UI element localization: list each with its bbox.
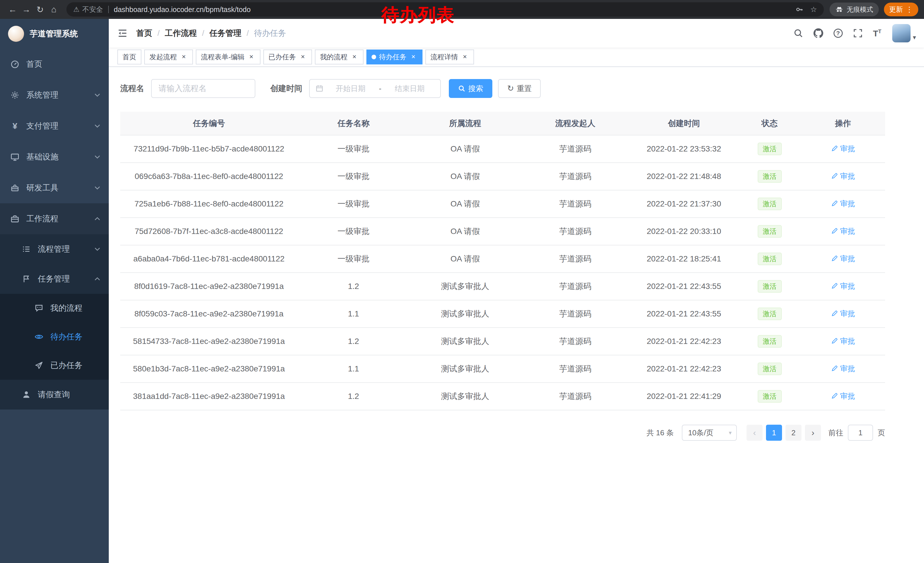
approve-link[interactable]: 审批 <box>831 309 855 319</box>
address-bar[interactable]: ⚠ 不安全 dashboard.yudao.iocoder.cn/bpm/tas… <box>66 2 824 17</box>
browser-back-icon[interactable]: ← <box>6 5 20 14</box>
calendar-icon <box>315 84 324 93</box>
breadcrumb-workflow[interactable]: 工作流程 <box>165 28 197 39</box>
process-name-input[interactable] <box>151 79 255 98</box>
active-tab-dot <box>372 55 376 59</box>
caret-down-icon: ▾ <box>913 35 916 42</box>
approve-link[interactable]: 审批 <box>831 254 855 264</box>
browser-home-icon[interactable]: ⌂ <box>47 5 61 14</box>
edit-pencil-icon <box>831 283 838 290</box>
cell-status: 激活 <box>738 163 801 190</box>
tab-home[interactable]: 首页 <box>117 50 141 65</box>
sidebar-item-my-process[interactable]: 我的流程 <box>0 294 109 323</box>
search-button[interactable] <box>788 29 808 38</box>
update-button[interactable]: 更新 ⋮ <box>884 3 918 17</box>
page-content: 流程名 创建时间 开始日期 - 结束日期 搜索 ↻ 重置 <box>109 67 924 563</box>
approve-link[interactable]: 审批 <box>831 281 855 291</box>
status-badge: 激活 <box>758 308 782 320</box>
sidebar-item-infra[interactable]: 基础设施 <box>0 141 109 173</box>
cell-initiator: 芋道源码 <box>521 355 630 383</box>
sidebar-item-task-management[interactable]: 任务管理 <box>0 264 109 294</box>
font-size-button[interactable]: TT <box>868 29 886 38</box>
incognito-label: 无痕模式 <box>847 5 873 14</box>
cell-initiator: 芋道源码 <box>521 245 630 273</box>
browser-menu-dots-icon[interactable]: ⋮ <box>906 5 913 14</box>
cell-action: 审批 <box>801 135 885 163</box>
search-icon <box>458 85 465 92</box>
status-badge: 激活 <box>758 170 782 183</box>
cell-status: 激活 <box>738 218 801 245</box>
refresh-icon: ↻ <box>507 84 514 93</box>
fullscreen-button[interactable] <box>848 29 868 38</box>
approve-link[interactable]: 审批 <box>831 391 855 401</box>
bookmark-star-icon[interactable]: ☆ <box>810 5 817 14</box>
approve-link[interactable]: 审批 <box>831 144 855 154</box>
tab-done-tasks[interactable]: 已办任务 × <box>263 50 312 65</box>
goto-page-input[interactable] <box>848 425 873 441</box>
approve-link[interactable]: 审批 <box>831 199 855 209</box>
sidebar: 芋道管理系统 首页 系统管理 ¥ 支付管理 基础设施 研发工具 <box>0 19 109 563</box>
browser-forward-icon[interactable]: → <box>20 5 33 14</box>
cell-process: OA 请假 <box>410 135 521 163</box>
sidebar-item-todo-tasks[interactable]: 待办任务 <box>0 323 109 351</box>
cell-status: 激活 <box>738 190 801 218</box>
breadcrumb-task-management[interactable]: 任务管理 <box>210 28 242 39</box>
chevron-down-icon <box>94 186 100 190</box>
edit-pencil-icon <box>831 365 838 372</box>
create-time-range-picker[interactable]: 开始日期 - 结束日期 <box>309 79 441 98</box>
sidebar-item-system[interactable]: 系统管理 <box>0 80 109 111</box>
tab-process-form-edit[interactable]: 流程表单-编辑 × <box>196 50 261 65</box>
search-button[interactable]: 搜索 <box>449 79 492 98</box>
reset-button[interactable]: ↻ 重置 <box>498 79 541 98</box>
sidebar-item-devtools[interactable]: 研发工具 <box>0 173 109 203</box>
edit-pencil-icon <box>831 145 838 152</box>
edit-pencil-icon <box>831 393 838 399</box>
cell-initiator: 芋道源码 <box>521 190 630 218</box>
tab-todo-tasks[interactable]: 待办任务 × <box>366 50 423 65</box>
sidebar-item-leave-query[interactable]: 请假查询 <box>0 380 109 410</box>
approve-link[interactable]: 审批 <box>831 171 855 181</box>
sidebar-item-workflow[interactable]: 工作流程 <box>0 203 109 234</box>
tab-process-detail[interactable]: 流程详情 × <box>425 50 474 65</box>
github-button[interactable] <box>808 29 828 38</box>
sidebar-item-home[interactable]: 首页 <box>0 49 109 80</box>
close-icon[interactable]: × <box>410 53 417 61</box>
password-key-icon[interactable] <box>795 6 804 14</box>
sidebar-collapse-button[interactable] <box>109 28 136 38</box>
approve-link[interactable]: 审批 <box>831 226 855 236</box>
pagination-total: 共 16 条 <box>646 428 674 438</box>
tab-my-process[interactable]: 我的流程 × <box>315 50 363 65</box>
cell-task-name: 1.1 <box>298 300 410 327</box>
column-header-status: 状态 <box>738 112 801 135</box>
cell-status: 激活 <box>738 355 801 383</box>
sidebar-item-done-tasks[interactable]: 已办任务 <box>0 351 109 380</box>
sidebar-item-label: 任务管理 <box>38 273 70 284</box>
cell-create-time: 2022-01-21 22:43:55 <box>630 300 738 327</box>
sidebar-item-process-management[interactable]: 流程管理 <box>0 234 109 264</box>
prev-page-button[interactable]: ‹ <box>747 425 762 441</box>
close-icon[interactable]: × <box>248 53 255 61</box>
next-page-button[interactable]: › <box>805 425 821 441</box>
end-date-placeholder: 结束日期 <box>385 84 435 94</box>
breadcrumb-separator: / <box>152 29 165 38</box>
cell-task-name: 一级审批 <box>298 218 410 245</box>
status-badge: 激活 <box>758 225 782 238</box>
help-button[interactable]: ? <box>828 29 848 38</box>
sidebar-item-payment[interactable]: ¥ 支付管理 <box>0 111 109 141</box>
approve-link[interactable]: 审批 <box>831 336 855 346</box>
page-button-2[interactable]: 2 <box>786 425 801 441</box>
breadcrumb-home[interactable]: 首页 <box>136 28 152 39</box>
approve-link[interactable]: 审批 <box>831 364 855 374</box>
page-size-select[interactable]: 10条/页 ▾ <box>682 425 737 441</box>
close-icon[interactable]: × <box>461 53 469 61</box>
app-logo[interactable]: 芋道管理系统 <box>0 19 109 49</box>
close-icon[interactable]: × <box>180 53 188 61</box>
browser-reload-icon[interactable]: ↻ <box>33 5 47 15</box>
page-button-1[interactable]: 1 <box>766 425 782 441</box>
tab-start-process[interactable]: 发起流程 × <box>144 50 193 65</box>
close-icon[interactable]: × <box>299 53 307 61</box>
user-menu[interactable]: ▾ <box>892 24 916 42</box>
sidebar-item-label: 待办任务 <box>50 331 82 342</box>
sidebar-item-label: 研发工具 <box>26 182 58 193</box>
close-icon[interactable]: × <box>350 53 358 61</box>
